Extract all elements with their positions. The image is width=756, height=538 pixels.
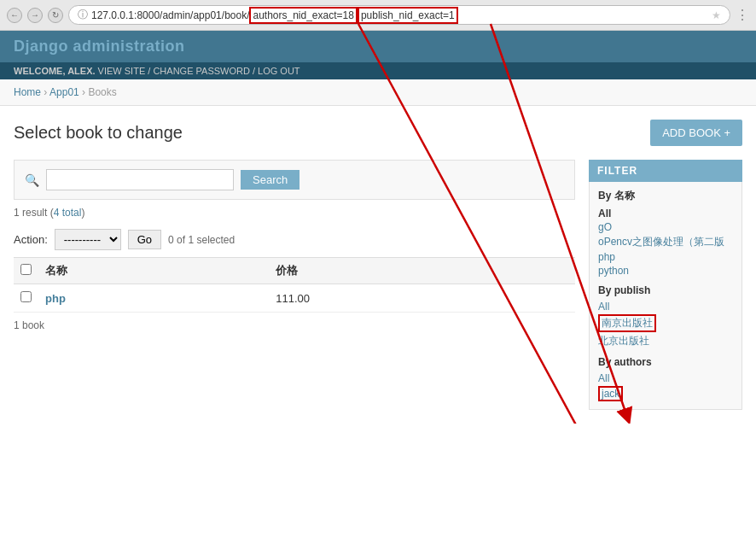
col-price-header[interactable]: 价格	[269, 258, 575, 284]
action-select[interactable]: ----------	[55, 229, 121, 250]
filter-section: By 名称AllgOoPencv之图像处理（第二版phppythonBy pub…	[589, 182, 742, 410]
filter-item-1-2[interactable]: 北京出版社	[598, 333, 733, 349]
filter-item-2-0[interactable]: All	[598, 371, 733, 385]
search-bar: 🔍 Search	[14, 160, 575, 200]
filter-section-label-2: By authors	[598, 356, 733, 368]
filter-item-1-0[interactable]: All	[598, 300, 733, 313]
filter-item-0-3[interactable]: php	[598, 250, 733, 264]
filter-item-0-4[interactable]: python	[598, 264, 733, 278]
forward-button[interactable]: →	[27, 8, 43, 23]
filter-section-label-0: By 名称	[598, 189, 733, 203]
action-label: Action:	[14, 233, 48, 246]
page-header: Select book to change ADD BOOK +	[14, 120, 742, 146]
search-input[interactable]	[46, 169, 234, 190]
django-nav: WELCOME, ALEX. VIEW SITE / CHANGE PASSWO…	[0, 62, 756, 79]
site-title: Django administration	[14, 38, 742, 56]
action-selected-count: 0 of 1 selected	[168, 234, 235, 246]
filter-section-label-1: By publish	[598, 284, 733, 296]
url-param1-highlight: authors_nid_exact=18	[249, 7, 357, 24]
browser-chrome: ← → ↻ ⓘ 127.0.0.1:8000/admin/app01/book/…	[0, 0, 756, 31]
breadcrumb-home[interactable]: Home	[14, 86, 41, 98]
welcome-label: WELCOME, ALEX.	[14, 66, 96, 76]
breadcrumb-books: Books	[88, 86, 116, 98]
change-password-link[interactable]: CHANGE PASSWORD	[153, 66, 249, 76]
action-go-button[interactable]: Go	[128, 230, 161, 249]
total-link[interactable]: 4 total	[54, 207, 82, 219]
row-name-cell: php	[38, 284, 269, 313]
list-area: 🔍 Search 1 result (4 total) Action: ----…	[14, 160, 575, 410]
row-price-cell: 111.00	[269, 284, 575, 313]
search-icon: 🔍	[25, 173, 39, 187]
protocol-icon: ⓘ	[78, 8, 88, 22]
filter-item-0-0[interactable]: All	[598, 207, 733, 220]
log-out-link[interactable]: LOG OUT	[258, 66, 300, 76]
filter-item-1-1[interactable]: 南京出版社	[598, 313, 733, 333]
select-all-checkbox[interactable]	[20, 264, 32, 275]
row-checkbox[interactable]	[20, 291, 32, 302]
address-bar[interactable]: ⓘ 127.0.0.1:8000/admin/app01/book/author…	[68, 5, 730, 25]
filter-item-highlight-2-1: jack	[598, 386, 623, 401]
filter-item-highlight-1-1: 南京出版社	[598, 314, 656, 332]
content-area: 🔍 Search 1 result (4 total) Action: ----…	[14, 160, 742, 410]
django-header: Django administration	[0, 31, 756, 62]
row-checkbox-cell	[14, 284, 38, 313]
url-param2-highlight: publish_nid_exact=1	[358, 7, 458, 24]
result-count: 1 result (4 total)	[14, 207, 575, 219]
url-text: 127.0.0.1:8000/admin/app01/book/authors_…	[91, 9, 708, 21]
bookmark-icon[interactable]: ★	[712, 9, 721, 21]
select-all-header	[14, 258, 38, 284]
page-title: Select book to change	[14, 123, 183, 143]
menu-icon[interactable]: ⋮	[736, 7, 749, 23]
add-book-button[interactable]: ADD BOOK +	[650, 120, 742, 146]
breadcrumb-app01[interactable]: App01	[49, 86, 79, 98]
back-button[interactable]: ←	[7, 8, 22, 23]
reload-button[interactable]: ↻	[48, 8, 63, 23]
main-content: Select book to change ADD BOOK + 🔍 Searc…	[0, 106, 756, 424]
sidebar-filter: FILTER By 名称AllgOoPencv之图像处理（第二版phppytho…	[589, 160, 742, 410]
view-site-link[interactable]: VIEW SITE	[98, 66, 146, 76]
book-count: 1 book	[14, 319, 575, 331]
filter-item-2-1[interactable]: jack	[598, 385, 733, 402]
book-table: 名称 价格 php 111.00	[14, 257, 575, 313]
table-row: php 111.00	[14, 284, 575, 313]
col-name-header[interactable]: 名称	[38, 258, 269, 284]
book-link[interactable]: php	[45, 292, 66, 305]
filter-header: FILTER	[589, 160, 742, 182]
search-button[interactable]: Search	[241, 170, 299, 190]
filter-item-0-1[interactable]: gO	[598, 220, 733, 234]
table-header-row: 名称 价格	[14, 258, 575, 284]
breadcrumb: Home › App01 › Books	[0, 79, 756, 106]
filter-item-0-2[interactable]: oPencv之图像处理（第二版	[598, 234, 733, 250]
action-bar: Action: ---------- Go 0 of 1 selected	[14, 229, 575, 250]
